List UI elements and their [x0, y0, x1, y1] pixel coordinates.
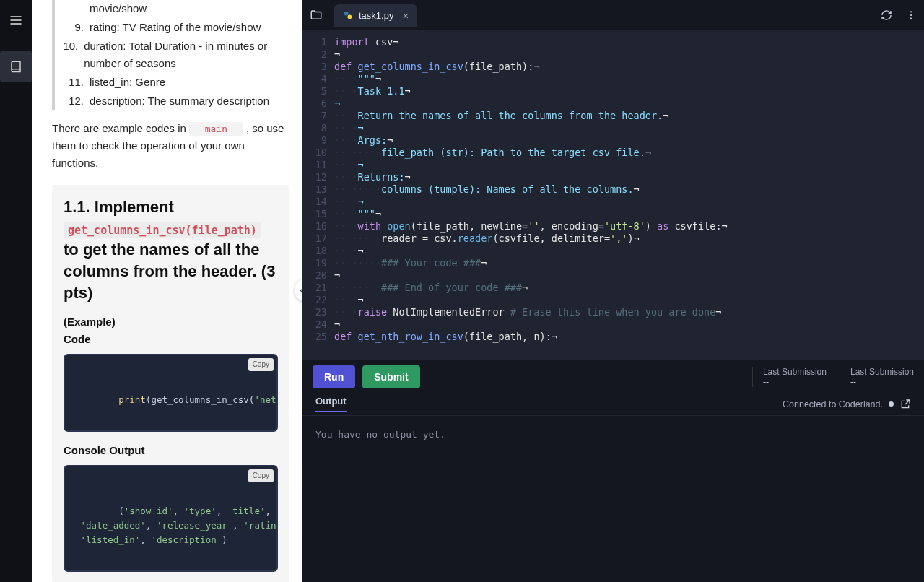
list-item: movie/show	[62, 0, 289, 17]
status-dot-icon	[889, 401, 894, 407]
sec11-code-chip: get_columns_in_csv(file_path)	[64, 222, 261, 238]
list-item: 11.listed_in: Genre	[62, 74, 289, 91]
collapse-panel-button[interactable]: «	[295, 280, 302, 300]
svg-point-4	[347, 14, 352, 19]
example-code-content: print(get_columns_in_csv('netflix_titles…	[118, 394, 278, 405]
run-bar: Run Submit Last Submission -- Last Submi…	[302, 360, 924, 393]
svg-point-5	[910, 11, 912, 12]
external-link-icon[interactable]	[899, 399, 911, 410]
connection-text: Connected to Coderland.	[783, 399, 883, 409]
console-output-label: Console Output	[64, 442, 278, 459]
book-icon[interactable]	[0, 51, 32, 82]
intro-text-a: There are example codes in	[52, 122, 189, 134]
code-editor[interactable]: 1234567891011121314151617181920212223242…	[302, 30, 924, 360]
close-icon[interactable]: ×	[402, 9, 409, 22]
svg-point-7	[910, 18, 912, 19]
section-1-1-heading: 1.1. Implement get_columns_in_csv(file_p…	[64, 196, 278, 303]
section-1-1: 1.1. Implement get_columns_in_csv(file_p…	[52, 185, 289, 582]
sec11-text-a: 1.1. Implement	[64, 198, 174, 216]
menu-icon[interactable]	[9, 13, 23, 27]
output-panel: Output Connected to Coderland. You have …	[302, 393, 924, 582]
console-output-block: Copy ('show_id', 'type', 'title', 'direc…	[64, 465, 278, 572]
last-submission-1: Last Submission --	[752, 367, 827, 387]
submit-button[interactable]: Submit	[362, 365, 419, 388]
last-submission-2: Last Submission --	[840, 367, 914, 387]
last-submission-value: --	[850, 377, 856, 387]
code-label: Code	[64, 331, 278, 348]
example-label: (Example)	[64, 313, 278, 331]
list-item: 9.rating: TV Rating of the movie/show	[62, 19, 289, 36]
intro-paragraph: There are example codes in __main__ , so…	[52, 120, 289, 172]
copy-button[interactable]: Copy	[248, 358, 274, 371]
list-item: 12.description: The summary description	[62, 92, 289, 110]
main-code-chip: __main__	[189, 122, 243, 136]
last-submission-label: Last Submission	[763, 367, 827, 377]
example-code-block: Copy print(get_columns_in_csv('netflix_t…	[64, 354, 278, 432]
tab-task1-py[interactable]: task1.py ×	[334, 4, 417, 27]
console-output-content: ('show_id', 'type', 'title', 'director',…	[75, 505, 278, 545]
run-button[interactable]: Run	[313, 365, 355, 388]
instructions-panel: movie/show9.rating: TV Rating of the mov…	[32, 0, 302, 582]
connection-status: Connected to Coderland.	[783, 399, 911, 410]
sec11-text-b: to get the names of all the columns from…	[64, 240, 275, 301]
line-gutter: 1234567891011121314151617181920212223242…	[302, 36, 334, 360]
last-submission-value: --	[763, 377, 769, 387]
editor-pane: task1.py × 12345678910111213141516171819…	[302, 0, 924, 582]
copy-button[interactable]: Copy	[248, 469, 274, 482]
svg-point-6	[910, 14, 912, 16]
folder-icon[interactable]	[310, 9, 323, 22]
python-icon	[343, 10, 353, 20]
svg-point-3	[344, 12, 349, 16]
refresh-icon[interactable]	[881, 9, 892, 21]
output-tab[interactable]: Output	[315, 396, 346, 412]
tab-label: task1.py	[359, 10, 393, 21]
tab-bar: task1.py ×	[302, 0, 924, 30]
last-submission-label: Last Submission	[850, 367, 914, 377]
output-tabs: Output Connected to Coderland.	[302, 393, 924, 416]
left-rail	[0, 0, 32, 582]
more-icon[interactable]	[905, 9, 917, 21]
code-content[interactable]: import csv¬¬def get_columns_in_csv(file_…	[334, 36, 924, 360]
column-list: movie/show9.rating: TV Rating of the mov…	[52, 0, 289, 110]
output-body: You have no output yet.	[302, 416, 924, 582]
list-item: 10.duration: Total Duration - in minutes…	[62, 38, 289, 72]
